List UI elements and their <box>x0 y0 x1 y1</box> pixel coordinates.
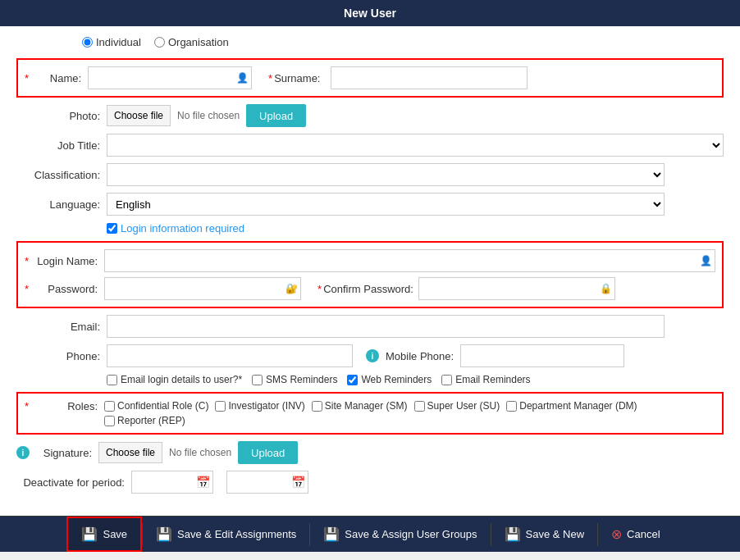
web-reminders-label[interactable]: Web Reminders <box>347 374 432 385</box>
language-select[interactable]: English <box>107 193 665 216</box>
role-investigator[interactable]: Investigator (INV) <box>215 400 304 412</box>
email-reminders-text: Email Reminders <box>455 374 530 385</box>
title-bar: New User <box>0 0 740 26</box>
email-label: Email: <box>16 321 107 333</box>
cancel-label: Cancel <box>627 528 660 540</box>
deactivate-row: Deactivate for period: 📅 📅 <box>16 471 724 494</box>
individual-radio[interactable] <box>82 37 93 48</box>
roles-label: Roles: <box>30 400 104 412</box>
mobile-phone-label: Mobile Phone: <box>386 350 454 362</box>
job-title-label: Job Title: <box>16 139 107 152</box>
mobile-group: i Mobile Phone: <box>366 344 624 367</box>
signature-row: i Signature: Choose file No file chosen … <box>16 441 724 464</box>
confirm-password-input[interactable] <box>418 277 615 300</box>
login-name-label: Login Name: <box>30 255 104 267</box>
save-new-button[interactable]: 💾 Save & New <box>491 517 598 552</box>
surname-input[interactable] <box>331 66 528 89</box>
login-section: * Login Name: 👤 * Password: 🔐 * Confirm … <box>16 241 724 308</box>
role-reporter[interactable]: Reporter (REP) <box>104 415 185 426</box>
classification-label: Classification: <box>16 169 107 181</box>
role-confidential-label: Confidential Role (C) <box>117 400 208 412</box>
surname-required: * <box>268 72 272 84</box>
save-button[interactable]: 💾 Save <box>66 517 142 552</box>
password-label: Password: <box>30 283 104 295</box>
confirm-password-label: Confirm Password: <box>323 283 413 295</box>
deactivate-to-wrap: 📅 <box>226 471 308 494</box>
email-row: Email: <box>16 315 724 338</box>
footer-bar: 💾 Save 💾 Save & Edit Assignments 💾 Save … <box>0 516 740 552</box>
organisation-label: Organisation <box>168 36 229 48</box>
photo-upload-button[interactable]: Upload <box>246 104 306 127</box>
save-icon: 💾 <box>81 526 98 542</box>
phone-label: Phone: <box>16 350 107 362</box>
role-investigator-checkbox[interactable] <box>215 401 226 412</box>
job-title-select[interactable] <box>107 134 724 157</box>
deactivate-label: Deactivate for period: <box>16 476 131 489</box>
deactivate-inputs: 📅 📅 <box>131 471 308 494</box>
deactivate-from-wrap: 📅 <box>131 471 213 494</box>
page-title: New User <box>344 7 396 20</box>
save-edit-label: Save & Edit Assignments <box>177 528 296 540</box>
photo-file-group: Choose file No file chosen Upload <box>107 104 306 127</box>
name-required: * <box>25 72 29 84</box>
signature-info-icon: i <box>16 446 30 459</box>
role-super-user-checkbox[interactable] <box>414 401 425 412</box>
login-name-input[interactable] <box>104 249 715 272</box>
language-row: Language: English <box>16 193 724 216</box>
organisation-radio-label[interactable]: Organisation <box>154 36 229 48</box>
email-login-checkbox[interactable] <box>107 375 117 385</box>
user-type-group: Individual Organisation <box>16 36 724 48</box>
role-dept-manager[interactable]: Department Manager (DM) <box>506 400 637 412</box>
role-dept-manager-label: Department Manager (DM) <box>519 400 637 412</box>
sms-reminders-label[interactable]: SMS Reminders <box>252 374 337 385</box>
main-content: Individual Organisation * Name: 👤 * Surn… <box>0 26 740 516</box>
role-site-manager[interactable]: Site Manager (SM) <box>312 400 408 412</box>
login-info-checkbox[interactable] <box>107 223 117 234</box>
login-info-label[interactable]: Login information required <box>107 222 244 234</box>
password-required: * <box>25 283 29 295</box>
sms-reminders-checkbox[interactable] <box>252 375 263 385</box>
photo-choose-file-button[interactable]: Choose file <box>107 105 171 126</box>
password-wrap: 🔐 <box>104 277 301 300</box>
name-input[interactable] <box>88 66 252 89</box>
sms-reminders-text: SMS Reminders <box>266 374 337 385</box>
email-login-label[interactable]: Email login details to user?* <box>107 374 242 385</box>
role-investigator-label: Investigator (INV) <box>228 400 304 412</box>
save-assign-icon: 💾 <box>323 526 340 542</box>
classification-select[interactable] <box>107 163 665 186</box>
save-edit-button[interactable]: 💾 Save & Edit Assignments <box>143 517 309 552</box>
role-super-user-label: Super User (SU) <box>427 400 500 412</box>
save-label: Save <box>103 528 127 540</box>
login-info-row: Login information required <box>16 222 724 234</box>
email-input[interactable] <box>107 315 665 338</box>
confirm-password-wrap: 🔒 <box>418 277 615 300</box>
surname-group: * Surname: <box>268 66 527 89</box>
cancel-button[interactable]: ⊗ Cancel <box>598 517 673 552</box>
signature-upload-button[interactable]: Upload <box>238 441 298 464</box>
email-reminders-label[interactable]: Email Reminders <box>441 374 530 385</box>
web-reminders-text: Web Reminders <box>361 374 432 385</box>
notifications-row: Email login details to user?* SMS Remind… <box>16 374 724 385</box>
phone-row: Phone: i Mobile Phone: <box>16 344 724 367</box>
role-dept-manager-checkbox[interactable] <box>506 401 517 412</box>
password-row: * Password: 🔐 * Confirm Password: 🔒 <box>25 277 715 300</box>
role-confidential[interactable]: Confidential Role (C) <box>104 400 208 412</box>
signature-choose-file-button[interactable]: Choose file <box>98 442 162 463</box>
email-reminders-checkbox[interactable] <box>441 375 452 385</box>
mobile-phone-input[interactable] <box>460 344 624 367</box>
deactivate-from-input[interactable] <box>131 471 213 494</box>
organisation-radio[interactable] <box>154 37 165 48</box>
deactivate-to-input[interactable] <box>226 471 308 494</box>
password-input[interactable] <box>104 277 301 300</box>
role-reporter-checkbox[interactable] <box>104 416 115 426</box>
role-super-user[interactable]: Super User (SU) <box>414 400 500 412</box>
web-reminders-checkbox[interactable] <box>347 375 358 385</box>
save-new-label: Save & New <box>526 528 585 540</box>
role-reporter-label: Reporter (REP) <box>117 415 185 426</box>
role-confidential-checkbox[interactable] <box>104 401 115 412</box>
role-site-manager-checkbox[interactable] <box>312 401 322 412</box>
individual-radio-label[interactable]: Individual <box>82 36 141 48</box>
login-info-text: Login information required <box>121 222 244 234</box>
save-assign-button[interactable]: 💾 Save & Assign User Groups <box>310 517 490 552</box>
phone-input[interactable] <box>107 344 353 367</box>
